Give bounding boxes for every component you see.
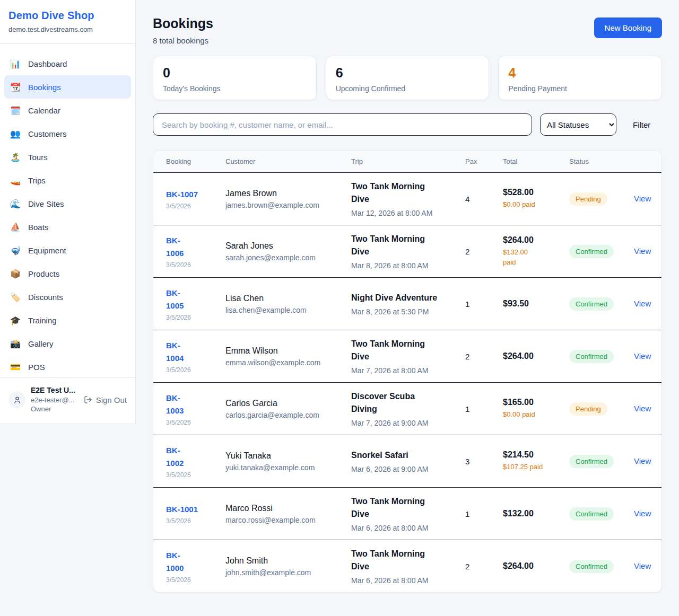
booking-id-link[interactable]: BK-1007: [166, 188, 218, 201]
sidebar-item-label: Equipment: [28, 246, 66, 255]
customer-name: John Smith: [225, 556, 344, 566]
sidebar-item-boats[interactable]: ⛵Boats: [4, 215, 131, 239]
sidebar-item-gallery[interactable]: 📸Gallery: [4, 332, 131, 355]
status-select[interactable]: All Statuses: [540, 113, 616, 136]
trip-name: Snorkel Safari: [351, 449, 458, 462]
trip-datetime: Mar 7, 2026 at 9:00 AM: [351, 419, 458, 427]
total-amount: $264.00: [503, 561, 562, 571]
trip-name: Two Tank Morning Dive: [351, 233, 458, 258]
shop-domain: demo.test.divestreams.com: [8, 25, 127, 33]
stat-value: 0: [163, 65, 307, 81]
tear-calendar-icon: 📆: [10, 82, 21, 92]
graduation-cap-icon: 🎓: [10, 315, 21, 325]
total-amount: $264.00: [503, 351, 562, 361]
table-row: BK- 1002 3/5/2026 Yuki Tanaka yuki.tanak…: [153, 435, 661, 487]
pax-count: 1: [465, 300, 503, 309]
customer-name: Lisa Chen: [225, 294, 344, 303]
trip-datetime: Mar 7, 2026 at 8:00 AM: [351, 366, 458, 375]
status-badge: Confirmed: [569, 245, 614, 258]
booking-id-link[interactable]: BK- 1000: [166, 549, 218, 575]
user-box: E2E Test U... e2e-tester@... Owner Sign …: [0, 377, 135, 424]
user-name: E2E Test U...: [31, 385, 75, 395]
sidebar-item-equipment[interactable]: 🤿Equipment: [4, 239, 131, 262]
sidebar-item-label: Dashboard: [28, 59, 67, 68]
column-header-customer: Customer: [225, 157, 351, 165]
booking-id-link[interactable]: BK-1001: [166, 503, 218, 516]
new-booking-button[interactable]: New Booking: [594, 17, 662, 38]
booking-date: 3/5/2026: [166, 366, 218, 374]
booking-id-link[interactable]: BK- 1004: [166, 339, 218, 365]
total-amount: $93.50: [503, 299, 562, 309]
sidebar-item-calendar[interactable]: 🗓️Calendar: [4, 99, 131, 122]
bookings-table: Booking Customer Trip Pax Total Status B…: [153, 150, 662, 593]
table-row: BK- 1000 3/5/2026 John Smith john.smith@…: [153, 540, 661, 592]
status-badge: Confirmed: [569, 297, 614, 311]
camera-icon: 📸: [10, 339, 21, 349]
view-link[interactable]: View: [634, 404, 651, 413]
customer-email: james.brown@example.com: [225, 201, 344, 209]
sidebar-item-dive-sites[interactable]: 🌊Dive Sites: [4, 192, 131, 215]
booking-id-link[interactable]: BK- 1006: [166, 234, 218, 260]
sidebar-item-customers[interactable]: 👥Customers: [4, 122, 131, 145]
page-header: Bookings 8 total bookings New Booking: [153, 16, 662, 45]
table-row: BK- 1006 3/5/2026 Sarah Jones sarah.jone…: [153, 225, 661, 277]
trip-name: Night Dive Adventure: [351, 292, 458, 304]
user-email: e2e-tester@...: [31, 395, 75, 405]
table-row: BK- 1004 3/5/2026 Emma Wilson emma.wilso…: [153, 330, 661, 382]
diving-mask-icon: 🤿: [10, 245, 21, 256]
sidebar-item-dashboard[interactable]: 📊Dashboard: [4, 52, 131, 75]
stat-value: 4: [508, 65, 652, 81]
trip-name: Discover Scuba Diving: [351, 390, 458, 416]
sidebar-item-pos[interactable]: 💳POS: [4, 355, 131, 379]
status-badge: Pending: [569, 402, 607, 416]
bar-chart-icon: 📊: [10, 59, 21, 69]
page-subtitle: 8 total bookings: [153, 36, 213, 45]
page-title: Bookings: [153, 16, 213, 31]
credit-card-icon: 💳: [10, 362, 21, 372]
booking-id-link[interactable]: BK- 1003: [166, 392, 218, 417]
column-header-pax: Pax: [465, 157, 503, 165]
search-input[interactable]: [153, 113, 532, 136]
paid-amount: $132.00 paid: [503, 248, 562, 268]
paid-amount: $0.00 paid: [503, 410, 562, 420]
booking-id-link[interactable]: BK- 1002: [166, 444, 218, 470]
pax-count: 1: [465, 404, 503, 413]
trip-datetime: Mar 6, 2026 at 9:00 AM: [351, 465, 458, 473]
table-row: BK-1007 3/5/2026 James Brown james.brown…: [153, 172, 661, 225]
sidebar-item-training[interactable]: 🎓Training: [4, 309, 131, 332]
view-link[interactable]: View: [634, 194, 651, 203]
main-content: Bookings 8 total bookings New Booking 0 …: [136, 0, 679, 593]
view-link[interactable]: View: [634, 456, 651, 465]
view-link[interactable]: View: [634, 247, 651, 256]
view-link[interactable]: View: [634, 561, 651, 570]
sidebar-item-trips[interactable]: 🚤Trips: [4, 169, 131, 192]
sidebar-item-discounts[interactable]: 🏷️Discounts: [4, 285, 131, 309]
sidebar-item-bookings[interactable]: 📆Bookings: [4, 75, 131, 99]
booking-date: 3/5/2026: [166, 419, 218, 426]
total-amount: $132.00: [503, 509, 562, 518]
stat-pending-payment: 4 Pending Payment: [498, 56, 662, 100]
filter-button[interactable]: Filter: [633, 120, 650, 129]
package-icon: 📦: [10, 269, 21, 279]
booking-date: 3/5/2026: [166, 261, 218, 269]
brand-header: Demo Dive Shop demo.test.divestreams.com: [0, 0, 135, 44]
sidebar-item-tours[interactable]: 🏝️Tours: [4, 145, 131, 169]
view-link[interactable]: View: [634, 509, 651, 518]
view-link[interactable]: View: [634, 299, 651, 308]
stat-value: 6: [336, 65, 480, 81]
sidebar-item-products[interactable]: 📦Products: [4, 262, 131, 285]
tag-icon: 🏷️: [10, 292, 21, 302]
user-meta: E2E Test U... e2e-tester@... Owner: [31, 385, 75, 414]
customer-email: marco.rossi@example.com: [225, 516, 344, 524]
stat-todays-bookings: 0 Today's Bookings: [153, 56, 317, 100]
view-link[interactable]: View: [634, 351, 651, 360]
pax-count: 1: [465, 509, 503, 518]
wave-icon: 🌊: [10, 199, 21, 209]
column-header-total: Total: [503, 157, 569, 165]
sidebar-nav: 📊Dashboard📆Bookings🗓️Calendar👥Customers🏝…: [0, 44, 135, 379]
sidebar-item-label: Training: [28, 316, 57, 325]
shop-name: Demo Dive Shop: [8, 10, 127, 22]
sign-out-button[interactable]: Sign Out: [84, 395, 127, 404]
booking-id-link[interactable]: BK- 1005: [166, 287, 218, 312]
sidebar-item-label: Tours: [28, 153, 48, 162]
